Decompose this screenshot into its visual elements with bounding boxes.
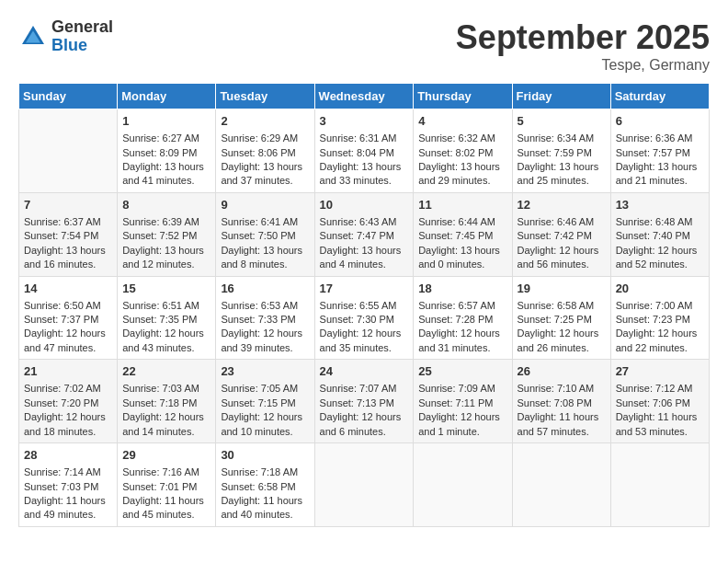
- calendar-cell: 7Sunrise: 6:37 AM Sunset: 7:54 PM Daylig…: [19, 192, 118, 276]
- day-number: 12: [518, 197, 606, 213]
- location: Tespe, Germany: [456, 57, 710, 74]
- day-number: 1: [122, 113, 210, 130]
- calendar-cell: 23Sunrise: 7:05 AM Sunset: 7:15 PM Dayli…: [216, 360, 314, 443]
- calendar-cell: 12Sunrise: 6:46 AM Sunset: 7:42 PM Dayli…: [512, 192, 610, 276]
- calendar-cell: 18Sunrise: 6:57 AM Sunset: 7:28 PM Dayli…: [414, 276, 512, 360]
- day-number: 9: [221, 197, 309, 213]
- day-info: Sunrise: 6:36 AM Sunset: 7:57 PM Dayligh…: [616, 132, 698, 186]
- day-number: 29: [122, 447, 210, 464]
- day-info: Sunrise: 6:58 AM Sunset: 7:25 PM Dayligh…: [518, 300, 599, 353]
- calendar-cell: [512, 443, 610, 527]
- day-number: 19: [518, 281, 606, 297]
- calendar-cell: 14Sunrise: 6:50 AM Sunset: 7:37 PM Dayli…: [19, 276, 118, 360]
- logo: General Blue: [18, 18, 113, 55]
- day-info: Sunrise: 6:27 AM Sunset: 8:09 PM Dayligh…: [122, 132, 204, 186]
- day-info: Sunrise: 6:48 AM Sunset: 7:40 PM Dayligh…: [616, 216, 698, 270]
- day-info: Sunrise: 7:09 AM Sunset: 7:11 PM Dayligh…: [418, 383, 500, 436]
- calendar-cell: 8Sunrise: 6:39 AM Sunset: 7:52 PM Daylig…: [118, 192, 216, 276]
- calendar-cell: 13Sunrise: 6:48 AM Sunset: 7:40 PM Dayli…: [610, 192, 709, 276]
- day-info: Sunrise: 7:18 AM Sunset: 6:58 PM Dayligh…: [221, 466, 302, 520]
- day-number: 7: [24, 197, 112, 213]
- day-number: 26: [518, 363, 606, 380]
- logo-icon: [18, 22, 48, 52]
- day-number: 18: [418, 281, 506, 297]
- day-info: Sunrise: 7:10 AM Sunset: 7:08 PM Dayligh…: [518, 383, 599, 436]
- day-number: 8: [122, 197, 210, 213]
- day-info: Sunrise: 6:37 AM Sunset: 7:54 PM Dayligh…: [24, 216, 106, 270]
- day-info: Sunrise: 6:31 AM Sunset: 8:04 PM Dayligh…: [320, 132, 402, 186]
- day-number: 4: [418, 113, 506, 130]
- calendar-cell: 5Sunrise: 6:34 AM Sunset: 7:59 PM Daylig…: [512, 109, 610, 193]
- day-number: 5: [518, 113, 606, 130]
- day-number: 30: [221, 447, 309, 464]
- logo-blue: Blue: [51, 37, 113, 55]
- calendar-cell: 11Sunrise: 6:44 AM Sunset: 7:45 PM Dayli…: [414, 192, 512, 276]
- header-friday: Friday: [512, 84, 610, 109]
- calendar-cell: 26Sunrise: 7:10 AM Sunset: 7:08 PM Dayli…: [512, 360, 610, 443]
- calendar-cell: 20Sunrise: 7:00 AM Sunset: 7:23 PM Dayli…: [610, 276, 709, 360]
- day-info: Sunrise: 7:07 AM Sunset: 7:13 PM Dayligh…: [320, 383, 402, 436]
- calendar-cell: 25Sunrise: 7:09 AM Sunset: 7:11 PM Dayli…: [414, 360, 512, 443]
- calendar-cell: 27Sunrise: 7:12 AM Sunset: 7:06 PM Dayli…: [610, 360, 709, 443]
- calendar-header-row: SundayMondayTuesdayWednesdayThursdayFrid…: [19, 84, 710, 109]
- calendar-cell: 1Sunrise: 6:27 AM Sunset: 8:09 PM Daylig…: [118, 109, 216, 193]
- day-number: 10: [320, 197, 409, 213]
- day-info: Sunrise: 6:29 AM Sunset: 8:06 PM Dayligh…: [221, 132, 302, 186]
- calendar-cell: 3Sunrise: 6:31 AM Sunset: 8:04 PM Daylig…: [314, 109, 414, 193]
- calendar-cell: 22Sunrise: 7:03 AM Sunset: 7:18 PM Dayli…: [118, 360, 216, 443]
- day-info: Sunrise: 7:05 AM Sunset: 7:15 PM Dayligh…: [221, 383, 302, 436]
- day-info: Sunrise: 6:46 AM Sunset: 7:42 PM Dayligh…: [518, 216, 599, 270]
- day-info: Sunrise: 7:16 AM Sunset: 7:01 PM Dayligh…: [122, 466, 204, 520]
- calendar-cell: [19, 109, 118, 193]
- calendar-cell: 9Sunrise: 6:41 AM Sunset: 7:50 PM Daylig…: [216, 192, 314, 276]
- header-tuesday: Tuesday: [216, 84, 314, 109]
- calendar-cell: [314, 443, 414, 527]
- day-number: 15: [122, 281, 210, 297]
- logo-text: General Blue: [51, 18, 113, 55]
- calendar-cell: 2Sunrise: 6:29 AM Sunset: 8:06 PM Daylig…: [216, 109, 314, 193]
- day-number: 17: [320, 281, 409, 297]
- calendar-cell: 6Sunrise: 6:36 AM Sunset: 7:57 PM Daylig…: [610, 109, 709, 193]
- day-info: Sunrise: 6:43 AM Sunset: 7:47 PM Dayligh…: [320, 216, 402, 270]
- calendar-table: SundayMondayTuesdayWednesdayThursdayFrid…: [18, 83, 710, 527]
- day-number: 11: [418, 197, 506, 213]
- calendar-cell: 17Sunrise: 6:55 AM Sunset: 7:30 PM Dayli…: [314, 276, 414, 360]
- day-number: 16: [221, 281, 309, 297]
- calendar-cell: 21Sunrise: 7:02 AM Sunset: 7:20 PM Dayli…: [19, 360, 118, 443]
- day-info: Sunrise: 7:02 AM Sunset: 7:20 PM Dayligh…: [24, 383, 106, 436]
- calendar-cell: [414, 443, 512, 527]
- day-info: Sunrise: 7:14 AM Sunset: 7:03 PM Dayligh…: [24, 466, 106, 520]
- week-row-5: 28Sunrise: 7:14 AM Sunset: 7:03 PM Dayli…: [19, 443, 710, 527]
- day-number: 20: [616, 281, 704, 297]
- month-title: September 2025: [456, 18, 710, 57]
- day-info: Sunrise: 6:41 AM Sunset: 7:50 PM Dayligh…: [221, 216, 302, 270]
- day-info: Sunrise: 7:12 AM Sunset: 7:06 PM Dayligh…: [616, 383, 698, 436]
- day-number: 28: [24, 447, 112, 464]
- day-info: Sunrise: 6:39 AM Sunset: 7:52 PM Dayligh…: [122, 216, 204, 270]
- calendar-cell: 15Sunrise: 6:51 AM Sunset: 7:35 PM Dayli…: [118, 276, 216, 360]
- calendar-cell: 30Sunrise: 7:18 AM Sunset: 6:58 PM Dayli…: [216, 443, 314, 527]
- day-number: 13: [616, 197, 704, 213]
- calendar-body: 1Sunrise: 6:27 AM Sunset: 8:09 PM Daylig…: [19, 109, 710, 527]
- day-number: 27: [616, 363, 704, 380]
- day-number: 24: [320, 363, 409, 380]
- day-number: 2: [221, 113, 309, 130]
- day-info: Sunrise: 6:53 AM Sunset: 7:33 PM Dayligh…: [221, 300, 302, 353]
- week-row-1: 1Sunrise: 6:27 AM Sunset: 8:09 PM Daylig…: [19, 109, 710, 193]
- calendar-cell: 28Sunrise: 7:14 AM Sunset: 7:03 PM Dayli…: [19, 443, 118, 527]
- calendar-cell: 24Sunrise: 7:07 AM Sunset: 7:13 PM Dayli…: [314, 360, 414, 443]
- day-number: 14: [24, 281, 112, 297]
- day-info: Sunrise: 6:55 AM Sunset: 7:30 PM Dayligh…: [320, 300, 402, 353]
- week-row-3: 14Sunrise: 6:50 AM Sunset: 7:37 PM Dayli…: [19, 276, 710, 360]
- calendar-cell: 4Sunrise: 6:32 AM Sunset: 8:02 PM Daylig…: [414, 109, 512, 193]
- day-info: Sunrise: 6:32 AM Sunset: 8:02 PM Dayligh…: [418, 132, 500, 186]
- calendar-cell: 16Sunrise: 6:53 AM Sunset: 7:33 PM Dayli…: [216, 276, 314, 360]
- calendar-cell: 19Sunrise: 6:58 AM Sunset: 7:25 PM Dayli…: [512, 276, 610, 360]
- day-info: Sunrise: 7:00 AM Sunset: 7:23 PM Dayligh…: [616, 300, 698, 353]
- day-info: Sunrise: 6:50 AM Sunset: 7:37 PM Dayligh…: [24, 300, 106, 353]
- page-header: General Blue September 2025 Tespe, Germa…: [18, 18, 710, 74]
- day-number: 21: [24, 363, 112, 380]
- day-info: Sunrise: 7:03 AM Sunset: 7:18 PM Dayligh…: [122, 383, 204, 436]
- logo-general: General: [51, 18, 113, 37]
- header-saturday: Saturday: [610, 84, 709, 109]
